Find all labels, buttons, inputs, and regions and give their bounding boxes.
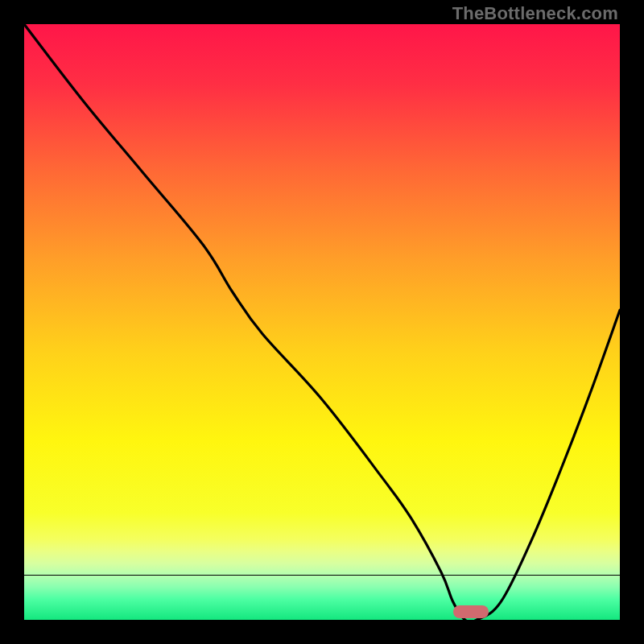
optimal-marker bbox=[453, 605, 489, 618]
chart-frame: TheBottleneck.com bbox=[0, 0, 644, 644]
plot-area bbox=[24, 24, 620, 620]
watermark-text: TheBottleneck.com bbox=[452, 3, 618, 24]
curve-layer bbox=[24, 24, 620, 620]
bottleneck-curve bbox=[24, 24, 620, 620]
